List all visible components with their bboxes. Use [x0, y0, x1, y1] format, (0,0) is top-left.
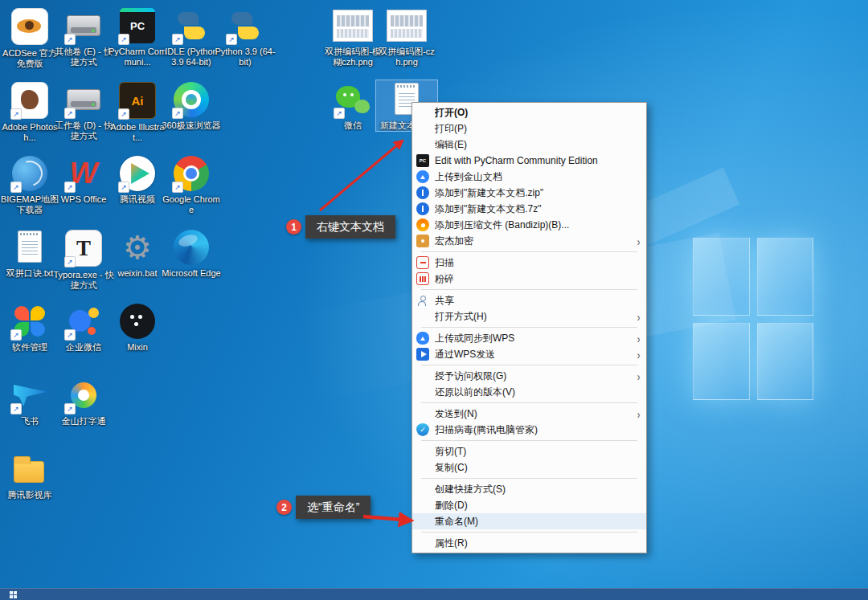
- desktop-icon-label: 金山打字通: [53, 416, 114, 427]
- desktop-icon-idle-python[interactable]: ↗IDLE (Python 3.9 64-bit): [161, 6, 222, 67]
- desktop-icon-shuangpin-png[interactable]: 双拼编码图-czh.png: [376, 6, 437, 67]
- menu-icon-spacer: [416, 310, 429, 323]
- icon-part: [22, 239, 38, 257]
- context-menu-item[interactable]: 扫描病毒(腾讯电脑管家): [412, 422, 646, 438]
- context-menu-item[interactable]: 重命名(M): [412, 513, 646, 529]
- context-menu-item[interactable]: 通过WPS发送›: [412, 346, 646, 362]
- context-menu-item[interactable]: 添加到压缩文件 (Bandizip)(B)...: [412, 217, 646, 233]
- context-menu-item[interactable]: 编辑(E): [412, 137, 646, 153]
- desktop-icon-tencent-video-library[interactable]: 腾讯影视库: [0, 450, 60, 500]
- desktop-icon-shuangpin-png-blur[interactable]: 双拼编码图-模糊czh.png: [322, 6, 383, 67]
- context-menu-item[interactable]: 添加到"新建文本文档.zip": [412, 185, 646, 201]
- menu-separator: [421, 251, 637, 252]
- menu-icon-spacer: [416, 499, 429, 512]
- desktop-icon-bigemap[interactable]: ↗BIGEMAP地图下载器: [0, 154, 60, 215]
- desktop-icon-shuangpin-txt[interactable]: 双拼口诀.txt: [0, 228, 60, 279]
- desktop-icon-kingsoft-typing[interactable]: ↗金山打字通: [53, 376, 114, 427]
- shortcut-arrow-icon: ↗: [64, 34, 76, 45]
- desktop-icon-label: Google Chrome: [161, 194, 222, 215]
- taskbar[interactable]: [0, 588, 868, 600]
- chrome-icon: ↗: [174, 156, 209, 191]
- icon-part: [20, 233, 39, 235]
- icon-part: [178, 233, 199, 249]
- windows-logo-pane: [757, 323, 814, 401]
- desktop-icon-wps-office[interactable]: W↗WPS Office: [53, 154, 114, 205]
- shortcut-arrow-icon: ↗: [64, 182, 76, 193]
- context-menu-item[interactable]: 还原以前的版本(V): [412, 384, 646, 400]
- start-button-icon[interactable]: [10, 591, 17, 598]
- context-menu-item[interactable]: 粉碎: [412, 271, 646, 287]
- feishu-icon: ↗: [12, 378, 47, 413]
- desktop-icon-adobe-photoshop[interactable]: ↗Adobe Photosh...: [0, 80, 60, 143]
- menu-icon-spacer: [416, 369, 429, 382]
- icon-part: [337, 29, 369, 38]
- mixin-icon: [120, 304, 155, 339]
- context-menu-item[interactable]: 打开方式(H)›: [412, 308, 646, 324]
- desktop-icon-typora[interactable]: T↗Typora.exe - 快捷方式: [53, 228, 114, 291]
- desktop-icon-software-manager[interactable]: ↗软件管理: [0, 302, 60, 353]
- submenu-chevron-icon: ›: [637, 235, 641, 247]
- edge-icon: [174, 230, 209, 265]
- context-menu-item[interactable]: Edit with PyCharm Community Edition: [412, 153, 646, 169]
- context-menu-item[interactable]: 创建快捷方式(S): [412, 481, 646, 497]
- desktop-icon-label: 工作卷 (D) - 快捷方式: [53, 120, 114, 141]
- menu-item-label: Edit with PyCharm Community Edition: [435, 155, 598, 166]
- wechat-icon: ↗: [335, 82, 371, 117]
- icon-part: [343, 93, 346, 96]
- desktop-icon-mixin[interactable]: Mixin: [107, 302, 168, 353]
- context-menu-item[interactable]: 删除(D): [412, 497, 646, 513]
- menu-icon-spacer: [416, 138, 429, 151]
- annotation-step-2: 2 选“重命名”: [296, 496, 371, 519]
- desktop-icon-acdsee[interactable]: ACDSee 官方免费版: [0, 6, 60, 69]
- wps-cloud-icon: [416, 332, 429, 345]
- desktop-icon-python-39[interactable]: ↗Python 3.9 (64-bit): [215, 6, 276, 67]
- desktop-icon-pycharm[interactable]: PC↗PyCharm Communi...: [107, 6, 168, 67]
- desktop-icon-wechat[interactable]: ↗微信: [322, 80, 383, 131]
- context-menu-item[interactable]: 属性(R): [412, 535, 646, 551]
- context-menu-item[interactable]: 宏杰加密›: [412, 233, 646, 249]
- desktop-icon-tencent-video[interactable]: ↗腾讯视频: [107, 154, 168, 205]
- context-menu-item[interactable]: 授予访问权限(G)›: [412, 368, 646, 384]
- menu-icon-spacer: [416, 515, 429, 528]
- icon-part: [25, 21, 34, 30]
- desktop-icon-adobe-illustrator[interactable]: Ai↗Adobe Illustrat...: [107, 80, 168, 143]
- red-arrow-to-document: [320, 141, 403, 210]
- context-menu-item[interactable]: 上传或同步到WPS›: [412, 330, 646, 346]
- context-menu-item[interactable]: 打印(P): [412, 120, 646, 137]
- context-menu-item[interactable]: 剪切(T): [412, 443, 646, 459]
- desktop-icon-wecom[interactable]: ↗企业微信: [53, 302, 114, 353]
- icon-part: [186, 94, 197, 105]
- context-menu-item[interactable]: 复制(C): [412, 459, 646, 476]
- icon-part: [14, 306, 29, 320]
- wps-icon: W↗: [66, 156, 101, 191]
- context-menu-item[interactable]: 扫描: [412, 255, 646, 271]
- desktop-icon-label: Mixin: [107, 342, 168, 353]
- context-menu-item[interactable]: 上传到金山文档: [412, 169, 646, 185]
- menu-icon-spacer: [416, 386, 429, 398]
- menu-item-label: 编辑(E): [435, 138, 467, 152]
- context-menu-item[interactable]: 发送到(N)›: [412, 406, 646, 422]
- menu-separator: [421, 440, 637, 441]
- desktop-icon-work-volume-d[interactable]: ↗工作卷 (D) - 快捷方式: [53, 80, 114, 141]
- desktop-icon-google-chrome[interactable]: ↗Google Chrome: [161, 154, 222, 215]
- scan-icon: [416, 256, 429, 269]
- desktop-icon-browser-360[interactable]: ↗360极速浏览器: [161, 80, 222, 131]
- desktop-icon-weixin-bat[interactable]: weixin.bat: [107, 228, 168, 279]
- desktop-icon-other-volume-e[interactable]: ↗其他卷 (E) - 快捷方式: [53, 6, 114, 67]
- context-menu-item[interactable]: 添加到"新建文本文档.7z": [412, 201, 646, 217]
- annotation-step-1-label: 右键文本文档: [317, 220, 384, 235]
- icon-part: [78, 390, 89, 401]
- menu-icon-spacer: [416, 445, 429, 458]
- menu-item-label: 上传或同步到WPS: [435, 332, 514, 345]
- context-menu-item[interactable]: 打开(O): [412, 104, 646, 120]
- menu-item-label: 属性(R): [435, 537, 468, 550]
- desktop-icon-label: ACDSee 官方免费版: [0, 48, 60, 69]
- windows-logo-pane: [757, 238, 814, 316]
- desktop-icon-microsoft-edge[interactable]: Microsoft Edge: [161, 228, 222, 279]
- menu-item-label: 还原以前的版本(V): [435, 386, 515, 399]
- desktop-icon-feishu[interactable]: ↗飞书: [0, 376, 60, 427]
- context-menu-item[interactable]: 共享: [412, 292, 646, 308]
- acdsee-icon: [11, 8, 48, 45]
- menu-icon-spacer: [416, 461, 429, 474]
- zip-icon: [416, 186, 429, 199]
